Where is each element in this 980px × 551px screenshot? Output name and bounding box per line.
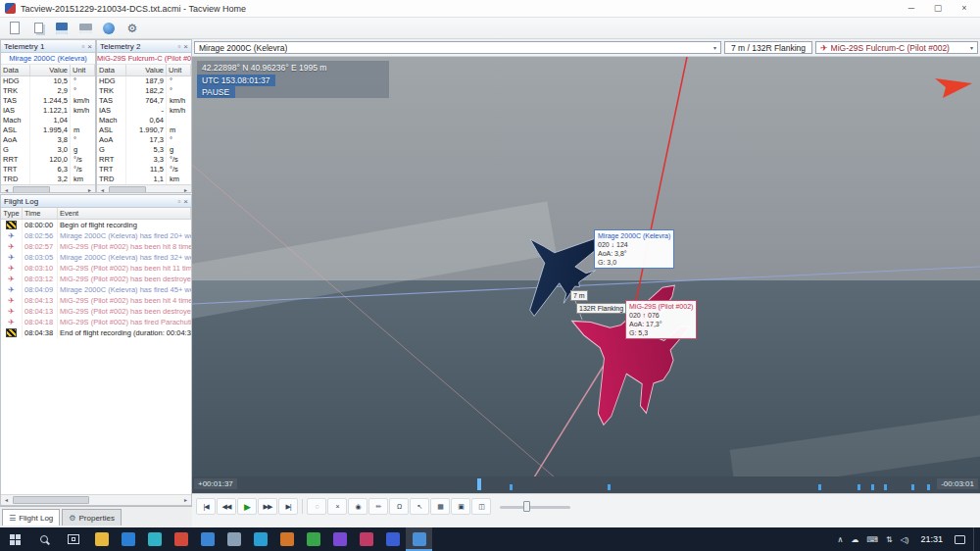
start-button[interactable]: [0, 527, 29, 551]
column-value[interactable]: Value: [30, 65, 71, 75]
toolbar-button[interactable]: [122, 19, 143, 37]
telemetry-row[interactable]: AoA 3,8 °: [1, 135, 95, 145]
flight-log-row[interactable]: 08:02:57 MiG-29S (Pilot #002) has been h…: [1, 241, 191, 252]
minimize-button[interactable]: ─: [901, 0, 922, 17]
flight-log-row[interactable]: 08:03:05 Mirage 2000C (Kelevra) has fire…: [1, 252, 191, 263]
scroll-right-icon[interactable]: [180, 495, 191, 505]
tab-flight-log[interactable]: Flight Log: [2, 509, 60, 526]
flight-log-row[interactable]: 08:00:00 Begin of flight recording: [1, 220, 191, 230]
flight-log-row[interactable]: 08:02:56 Mirage 2000C (Kelevra) has fire…: [1, 230, 191, 241]
taskbar-app-icon[interactable]: [220, 527, 247, 551]
telemetry-2-hscrollbar[interactable]: [97, 184, 191, 193]
scroll-left-icon[interactable]: [97, 185, 108, 193]
telemetry-row[interactable]: ASL 1.995,4 m: [1, 125, 95, 135]
toolbar-button[interactable]: [74, 19, 96, 37]
pin-icon[interactable]: [81, 41, 84, 52]
tool-button[interactable]: ◫: [471, 498, 491, 515]
tool-button[interactable]: ✏: [368, 498, 388, 515]
transport-button[interactable]: ▶▶: [258, 498, 277, 515]
action-center-icon[interactable]: [955, 535, 965, 544]
tool-button[interactable]: ◌: [307, 498, 326, 515]
flight-log-row[interactable]: 08:04:09 Mirage 2000C (Kelevra) has fire…: [1, 284, 191, 295]
tray-icon[interactable]: ☁: [851, 535, 858, 544]
taskbar-app-icon[interactable]: [194, 527, 220, 551]
taskbar-app-icon[interactable]: [326, 527, 353, 551]
slider-handle[interactable]: [523, 501, 530, 512]
scroll-thumb[interactable]: [13, 186, 50, 193]
transport-button[interactable]: ▶|: [278, 498, 298, 515]
column-unit[interactable]: Unit: [71, 65, 95, 75]
flight-log-row[interactable]: 08:04:13 MiG-29S (Pilot #002) has been d…: [1, 306, 191, 317]
scroll-left-icon[interactable]: [1, 495, 12, 505]
telemetry-row[interactable]: RRT 3,3 °/s: [97, 155, 191, 165]
telemetry-row[interactable]: ASL 1.990,7 m: [97, 125, 191, 135]
close-icon[interactable]: [87, 41, 92, 52]
taskbar-app-icon[interactable]: [353, 527, 379, 551]
timeline-bar[interactable]: +00:01:37 -00:03:01: [192, 476, 980, 493]
tool-button[interactable]: ◉: [348, 498, 368, 515]
taskbar-app-icon[interactable]: [168, 527, 194, 551]
search-button[interactable]: [29, 527, 59, 551]
taskbar-clock[interactable]: 21:31: [916, 534, 947, 544]
taskbar-app-icon[interactable]: [273, 527, 300, 551]
tool-button[interactable]: ▣: [451, 498, 470, 515]
tool-button[interactable]: ↖: [410, 498, 429, 515]
flight-log-row[interactable]: 08:04:13 MiG-29S (Pilot #002) has been h…: [1, 295, 191, 306]
primary-object-dropdown[interactable]: Mirage 2000C (Kelevra): [194, 41, 721, 54]
telemetry-row[interactable]: HDG 187,9 °: [97, 76, 191, 86]
telemetry-row[interactable]: TRK 182,2 °: [97, 86, 191, 96]
tool-button[interactable]: Ω: [389, 498, 409, 515]
close-icon[interactable]: [183, 41, 188, 52]
telemetry-row[interactable]: TRD 1,1 km: [97, 175, 191, 184]
taskbar-app-icon[interactable]: [141, 527, 168, 551]
scroll-thumb[interactable]: [13, 496, 89, 504]
telemetry-row[interactable]: AoA 17,3 °: [97, 135, 191, 145]
task-view-button[interactable]: [59, 527, 88, 551]
column-type[interactable]: Type: [1, 208, 23, 219]
telemetry-row[interactable]: TRD 3,2 km: [1, 175, 95, 184]
telemetry-row[interactable]: RRT 120,0 °/s: [1, 155, 95, 165]
taskbar-app-icon[interactable]: [115, 527, 141, 551]
zoom-slider[interactable]: [500, 498, 570, 515]
scroll-left-icon[interactable]: [1, 185, 12, 193]
telemetry-row[interactable]: IAS 1.122,1 km/h: [1, 106, 95, 116]
taskbar-app-icon[interactable]: [247, 527, 273, 551]
telemetry-row[interactable]: TRT 11,5 °/s: [97, 165, 191, 175]
column-event[interactable]: Event: [58, 208, 191, 219]
flight-log-row[interactable]: 08:03:10 MiG-29S (Pilot #002) has been h…: [1, 263, 191, 274]
telemetry-row[interactable]: IAS - km/h: [97, 106, 191, 116]
toolbar-button[interactable]: [4, 19, 25, 37]
telemetry-1-aircraft[interactable]: Mirage 2000C (Kelevra): [1, 53, 95, 65]
scroll-right-icon[interactable]: [180, 185, 191, 193]
column-time[interactable]: Time: [23, 208, 58, 219]
tool-button[interactable]: ×: [327, 498, 347, 515]
transport-button[interactable]: ◀◀: [217, 498, 236, 515]
scroll-thumb[interactable]: [109, 186, 146, 193]
close-icon[interactable]: [183, 196, 188, 207]
column-value[interactable]: Value: [126, 65, 167, 75]
taskbar-app-icon[interactable]: [300, 527, 326, 551]
flight-log-hscrollbar[interactable]: [1, 494, 191, 505]
scroll-right-icon[interactable]: [84, 185, 95, 193]
column-data[interactable]: Data: [1, 65, 30, 75]
range-info-button[interactable]: 7 m / 132R Flanking: [724, 41, 812, 54]
flight-log-row[interactable]: 08:04:38 End of flight recording (durati…: [1, 327, 191, 338]
transport-button[interactable]: |◀: [196, 498, 216, 515]
mig-info-label[interactable]: MiG-29S (Pilot #002) 020 ↑ 076 AoA: 17,3…: [625, 300, 697, 339]
tray-icon[interactable]: ∧: [838, 535, 844, 544]
toolbar-button[interactable]: [51, 19, 73, 37]
toolbar-button[interactable]: [98, 19, 120, 37]
telemetry-row[interactable]: TRK 2,9 °: [1, 86, 95, 96]
tray-icon[interactable]: ⇅: [886, 535, 893, 544]
taskbar-app-icon[interactable]: [88, 527, 115, 551]
telemetry-row[interactable]: G 5,3 g: [97, 145, 191, 155]
telemetry-row[interactable]: TAS 764,7 km/h: [97, 96, 191, 106]
flight-log-row[interactable]: 08:04:18 MiG-29S (Pilot #002) has fired …: [1, 317, 191, 327]
3d-viewport[interactable]: 42.22898° N 40.96236° E 1995 m UTC 153.0…: [192, 57, 980, 476]
secondary-object-dropdown[interactable]: MiG-29S Fulcrum-C (Pilot #002): [815, 41, 978, 54]
telemetry-row[interactable]: Mach 1,04: [1, 116, 95, 125]
show-desktop-button[interactable]: [973, 527, 977, 551]
tray-icon[interactable]: ◁): [901, 535, 909, 544]
tab-properties[interactable]: Properties: [62, 509, 122, 526]
maximize-button[interactable]: ▢: [927, 0, 949, 17]
